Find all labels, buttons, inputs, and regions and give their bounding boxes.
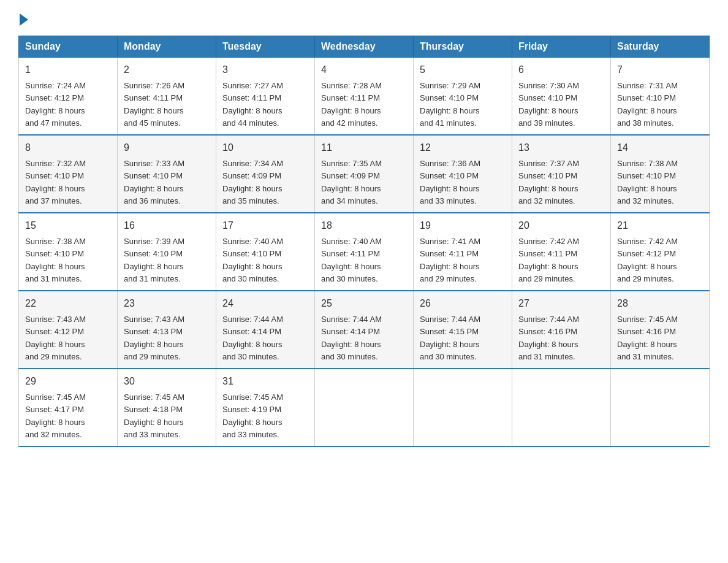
calendar-cell: 29Sunrise: 7:45 AMSunset: 4:17 PMDayligh… bbox=[19, 369, 118, 446]
calendar-cell: 31Sunrise: 7:45 AMSunset: 4:19 PMDayligh… bbox=[216, 369, 315, 446]
calendar-cell: 28Sunrise: 7:45 AMSunset: 4:16 PMDayligh… bbox=[611, 291, 710, 369]
calendar-cell: 3Sunrise: 7:27 AMSunset: 4:11 PMDaylight… bbox=[216, 58, 315, 136]
calendar-week-row: 22Sunrise: 7:43 AMSunset: 4:12 PMDayligh… bbox=[19, 291, 710, 369]
day-number: 14 bbox=[617, 140, 703, 155]
day-number: 21 bbox=[617, 218, 703, 233]
calendar-cell: 20Sunrise: 7:42 AMSunset: 4:11 PMDayligh… bbox=[512, 213, 611, 291]
calendar-cell: 25Sunrise: 7:44 AMSunset: 4:14 PMDayligh… bbox=[315, 291, 414, 369]
day-info: Sunrise: 7:39 AMSunset: 4:10 PMDaylight:… bbox=[124, 237, 184, 283]
logo bbox=[18, 12, 28, 23]
weekday-header-friday: Friday bbox=[512, 36, 611, 58]
calendar-cell: 8Sunrise: 7:32 AMSunset: 4:10 PMDaylight… bbox=[19, 135, 118, 213]
day-number: 13 bbox=[518, 140, 604, 155]
day-number: 11 bbox=[321, 140, 407, 155]
weekday-header-tuesday: Tuesday bbox=[216, 36, 315, 58]
calendar-cell: 11Sunrise: 7:35 AMSunset: 4:09 PMDayligh… bbox=[315, 135, 414, 213]
day-number: 17 bbox=[222, 218, 308, 233]
day-number: 22 bbox=[25, 296, 111, 311]
day-info: Sunrise: 7:24 AMSunset: 4:12 PMDaylight:… bbox=[25, 81, 86, 128]
day-number: 23 bbox=[124, 296, 210, 311]
weekday-header-sunday: Sunday bbox=[19, 36, 118, 58]
calendar-cell: 16Sunrise: 7:39 AMSunset: 4:10 PMDayligh… bbox=[118, 213, 216, 291]
day-info: Sunrise: 7:38 AMSunset: 4:10 PMDaylight:… bbox=[617, 159, 678, 205]
calendar-week-row: 1Sunrise: 7:24 AMSunset: 4:12 PMDaylight… bbox=[19, 58, 710, 136]
calendar-cell: 4Sunrise: 7:28 AMSunset: 4:11 PMDaylight… bbox=[315, 58, 414, 136]
day-info: Sunrise: 7:29 AMSunset: 4:10 PMDaylight:… bbox=[420, 81, 480, 128]
calendar-cell: 5Sunrise: 7:29 AMSunset: 4:10 PMDaylight… bbox=[414, 58, 512, 136]
day-info: Sunrise: 7:44 AMSunset: 4:14 PMDaylight:… bbox=[321, 315, 382, 361]
day-number: 25 bbox=[321, 296, 407, 311]
day-info: Sunrise: 7:43 AMSunset: 4:12 PMDaylight:… bbox=[25, 315, 86, 361]
day-info: Sunrise: 7:44 AMSunset: 4:14 PMDaylight:… bbox=[222, 315, 283, 361]
day-number: 8 bbox=[25, 140, 111, 155]
day-info: Sunrise: 7:26 AMSunset: 4:11 PMDaylight:… bbox=[124, 81, 184, 128]
day-info: Sunrise: 7:37 AMSunset: 4:10 PMDaylight:… bbox=[518, 159, 579, 205]
calendar-cell bbox=[414, 369, 512, 446]
day-info: Sunrise: 7:32 AMSunset: 4:10 PMDaylight:… bbox=[25, 159, 86, 205]
calendar-table: SundayMondayTuesdayWednesdayThursdayFrid… bbox=[18, 36, 710, 447]
calendar-cell: 15Sunrise: 7:38 AMSunset: 4:10 PMDayligh… bbox=[19, 213, 118, 291]
day-info: Sunrise: 7:42 AMSunset: 4:12 PMDaylight:… bbox=[617, 237, 678, 283]
day-number: 4 bbox=[321, 63, 407, 77]
calendar-cell: 1Sunrise: 7:24 AMSunset: 4:12 PMDaylight… bbox=[19, 58, 118, 136]
calendar-cell: 27Sunrise: 7:44 AMSunset: 4:16 PMDayligh… bbox=[512, 291, 611, 369]
calendar-week-row: 8Sunrise: 7:32 AMSunset: 4:10 PMDaylight… bbox=[19, 135, 710, 213]
calendar-cell: 30Sunrise: 7:45 AMSunset: 4:18 PMDayligh… bbox=[118, 369, 216, 446]
calendar-cell: 12Sunrise: 7:36 AMSunset: 4:10 PMDayligh… bbox=[414, 135, 512, 213]
day-info: Sunrise: 7:35 AMSunset: 4:09 PMDaylight:… bbox=[321, 159, 382, 205]
calendar-cell: 14Sunrise: 7:38 AMSunset: 4:10 PMDayligh… bbox=[611, 135, 710, 213]
weekday-header-row: SundayMondayTuesdayWednesdayThursdayFrid… bbox=[19, 36, 710, 58]
day-number: 10 bbox=[222, 140, 308, 155]
day-number: 12 bbox=[420, 140, 506, 155]
day-info: Sunrise: 7:40 AMSunset: 4:10 PMDaylight:… bbox=[222, 237, 283, 283]
calendar-week-row: 15Sunrise: 7:38 AMSunset: 4:10 PMDayligh… bbox=[19, 213, 710, 291]
calendar-cell: 9Sunrise: 7:33 AMSunset: 4:10 PMDaylight… bbox=[118, 135, 216, 213]
calendar-cell: 19Sunrise: 7:41 AMSunset: 4:11 PMDayligh… bbox=[414, 213, 512, 291]
calendar-cell: 26Sunrise: 7:44 AMSunset: 4:15 PMDayligh… bbox=[414, 291, 512, 369]
day-number: 28 bbox=[617, 296, 703, 311]
day-info: Sunrise: 7:30 AMSunset: 4:10 PMDaylight:… bbox=[518, 81, 579, 128]
weekday-header-monday: Monday bbox=[118, 36, 216, 58]
day-info: Sunrise: 7:43 AMSunset: 4:13 PMDaylight:… bbox=[124, 315, 184, 361]
day-info: Sunrise: 7:45 AMSunset: 4:19 PMDaylight:… bbox=[222, 393, 283, 439]
calendar-cell: 13Sunrise: 7:37 AMSunset: 4:10 PMDayligh… bbox=[512, 135, 611, 213]
calendar-cell: 17Sunrise: 7:40 AMSunset: 4:10 PMDayligh… bbox=[216, 213, 315, 291]
day-number: 27 bbox=[518, 296, 604, 311]
calendar-cell: 24Sunrise: 7:44 AMSunset: 4:14 PMDayligh… bbox=[216, 291, 315, 369]
calendar-cell bbox=[611, 369, 710, 446]
calendar-cell: 22Sunrise: 7:43 AMSunset: 4:12 PMDayligh… bbox=[19, 291, 118, 369]
calendar-cell: 21Sunrise: 7:42 AMSunset: 4:12 PMDayligh… bbox=[611, 213, 710, 291]
day-number: 6 bbox=[518, 63, 604, 77]
calendar-cell: 10Sunrise: 7:34 AMSunset: 4:09 PMDayligh… bbox=[216, 135, 315, 213]
day-number: 15 bbox=[25, 218, 111, 233]
weekday-header-wednesday: Wednesday bbox=[315, 36, 414, 58]
weekday-header-saturday: Saturday bbox=[611, 36, 710, 58]
page-header bbox=[18, 12, 710, 23]
day-number: 2 bbox=[124, 63, 210, 77]
day-number: 16 bbox=[124, 218, 210, 233]
day-info: Sunrise: 7:33 AMSunset: 4:10 PMDaylight:… bbox=[124, 159, 184, 205]
day-number: 24 bbox=[222, 296, 308, 311]
day-number: 5 bbox=[420, 63, 506, 77]
day-info: Sunrise: 7:36 AMSunset: 4:10 PMDaylight:… bbox=[420, 159, 480, 205]
day-number: 3 bbox=[222, 63, 308, 77]
day-info: Sunrise: 7:28 AMSunset: 4:11 PMDaylight:… bbox=[321, 81, 382, 128]
day-number: 9 bbox=[124, 140, 210, 155]
calendar-cell: 23Sunrise: 7:43 AMSunset: 4:13 PMDayligh… bbox=[118, 291, 216, 369]
day-info: Sunrise: 7:45 AMSunset: 4:17 PMDaylight:… bbox=[25, 393, 86, 439]
calendar-cell: 6Sunrise: 7:30 AMSunset: 4:10 PMDaylight… bbox=[512, 58, 611, 136]
day-number: 7 bbox=[617, 63, 703, 77]
weekday-header-thursday: Thursday bbox=[414, 36, 512, 58]
day-info: Sunrise: 7:42 AMSunset: 4:11 PMDaylight:… bbox=[518, 237, 579, 283]
calendar-cell: 7Sunrise: 7:31 AMSunset: 4:10 PMDaylight… bbox=[611, 58, 710, 136]
day-number: 20 bbox=[518, 218, 604, 233]
calendar-cell: 18Sunrise: 7:40 AMSunset: 4:11 PMDayligh… bbox=[315, 213, 414, 291]
day-number: 26 bbox=[420, 296, 506, 311]
day-info: Sunrise: 7:44 AMSunset: 4:16 PMDaylight:… bbox=[518, 315, 579, 361]
calendar-cell bbox=[512, 369, 611, 446]
day-number: 31 bbox=[222, 374, 308, 389]
day-info: Sunrise: 7:27 AMSunset: 4:11 PMDaylight:… bbox=[222, 81, 283, 128]
day-info: Sunrise: 7:38 AMSunset: 4:10 PMDaylight:… bbox=[25, 237, 86, 283]
day-number: 1 bbox=[25, 63, 111, 77]
day-number: 29 bbox=[25, 374, 111, 389]
